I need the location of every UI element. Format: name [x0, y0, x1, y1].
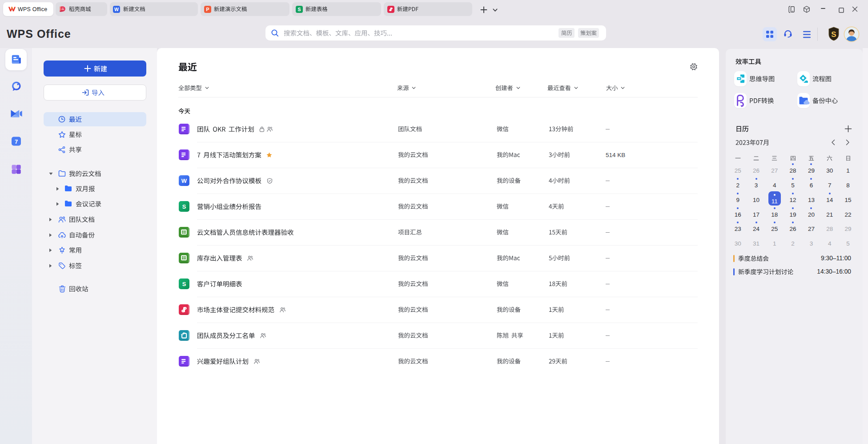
- svg-text:7: 7: [15, 138, 18, 145]
- svg-text:S: S: [831, 30, 836, 39]
- svg-text:W: W: [114, 7, 119, 12]
- svg-text:W: W: [181, 178, 187, 184]
- svg-text:S: S: [182, 281, 186, 287]
- svg-text:S: S: [297, 7, 301, 12]
- svg-text:S: S: [182, 203, 186, 210]
- svg-text:P: P: [206, 7, 209, 12]
